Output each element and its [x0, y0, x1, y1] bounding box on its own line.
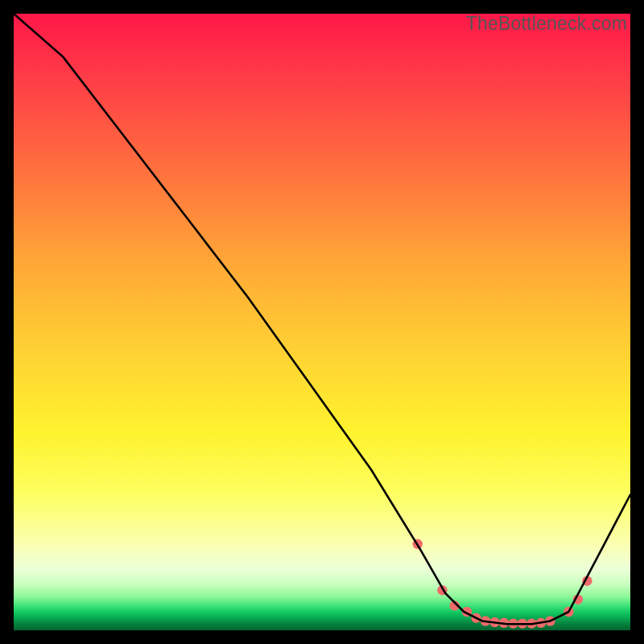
plot-svg: [14, 14, 630, 630]
watermark-text: TheBottleneck.com: [466, 13, 627, 35]
bottleneck-curve: [14, 14, 630, 624]
plot-frame: TheBottleneck.com: [14, 14, 630, 630]
